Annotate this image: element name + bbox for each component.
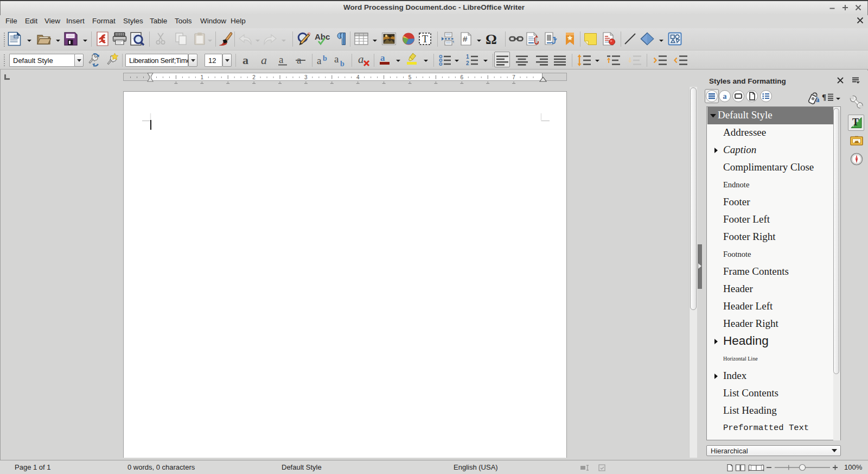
svg-text:4: 4 — [356, 74, 360, 80]
svg-text:7: 7 — [512, 74, 515, 80]
svg-text:T: T — [422, 34, 428, 45]
svg-text:a: a — [334, 54, 339, 65]
svg-text:3: 3 — [304, 74, 308, 80]
svg-text:5: 5 — [409, 74, 412, 80]
svg-text:#: # — [463, 34, 468, 43]
svg-text:Ω: Ω — [486, 32, 497, 46]
svg-text:b: b — [323, 54, 327, 62]
svg-text:2: 2 — [466, 60, 469, 66]
svg-text:1: 1 — [201, 74, 204, 80]
svg-text:a: a — [261, 54, 267, 66]
svg-text:a: a — [358, 54, 364, 66]
svg-text:6: 6 — [461, 74, 464, 80]
svg-text:¶: ¶ — [822, 93, 826, 102]
svg-text:1: 1 — [466, 54, 469, 60]
svg-text:Abc: Abc — [315, 33, 330, 41]
svg-text:a: a — [279, 54, 284, 65]
svg-text:2: 2 — [252, 74, 256, 80]
svg-text:T: T — [852, 117, 859, 128]
svg-text:a: a — [723, 92, 727, 100]
svg-text:b: b — [340, 60, 344, 67]
svg-text:a: a — [380, 53, 385, 63]
svg-text:a: a — [317, 55, 322, 66]
svg-text:a: a — [816, 96, 820, 104]
svg-text:a: a — [242, 54, 248, 66]
